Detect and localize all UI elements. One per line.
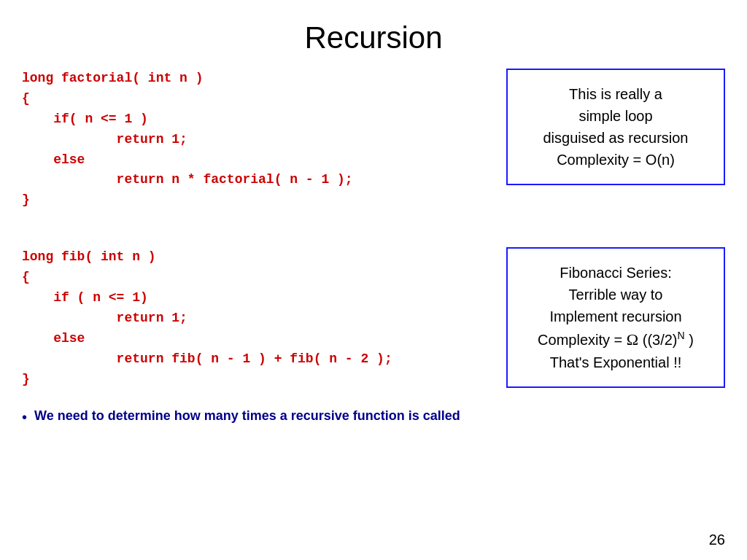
page-title: Recursion [0, 0, 747, 69]
fib-callout: Fibonacci Series: Terrible way to Implem… [506, 247, 725, 388]
bullet-text: We need to determine how many times a re… [34, 407, 460, 425]
factorial-callout: This is really a simple loop disguised a… [506, 69, 725, 185]
bullet-dot: • [22, 407, 27, 427]
section-fib: long fib( int n ) { if ( n <= 1) return … [22, 247, 725, 389]
section-factorial: long factorial( int n ) { if( n <= 1 ) r… [22, 69, 725, 211]
page-number: 26 [709, 532, 725, 548]
factorial-code: long factorial( int n ) { if( n <= 1 ) r… [22, 69, 492, 211]
fib-code: long fib( int n ) { if ( n <= 1) return … [22, 247, 492, 389]
bullet-section: • We need to determine how many times a … [0, 407, 747, 427]
